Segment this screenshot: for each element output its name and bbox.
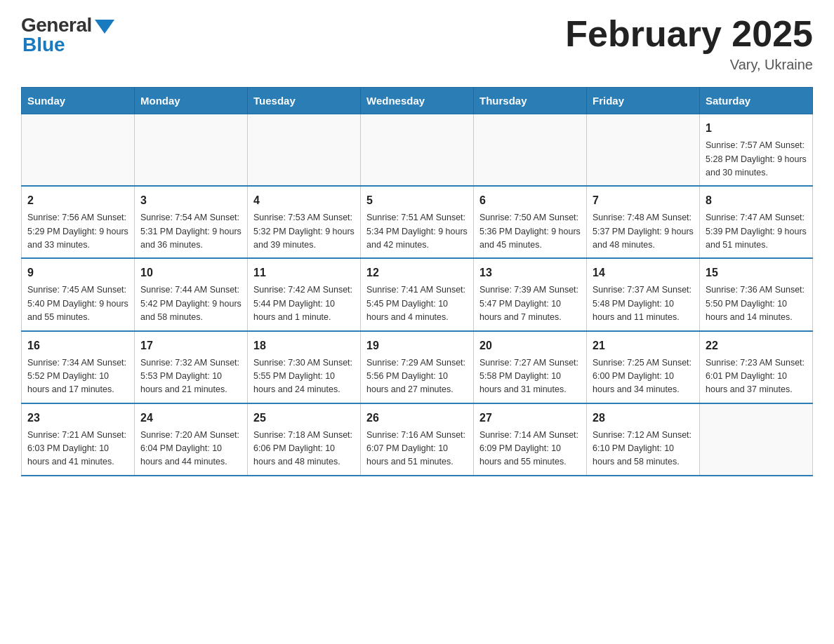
- day-number: 25: [253, 410, 355, 427]
- calendar-cell: 21Sunrise: 7:25 AM Sunset: 6:00 PM Dayli…: [587, 331, 700, 403]
- day-info: Sunrise: 7:32 AM Sunset: 5:53 PM Dayligh…: [140, 356, 241, 397]
- day-info: Sunrise: 7:50 AM Sunset: 5:36 PM Dayligh…: [479, 211, 581, 252]
- day-number: 11: [253, 264, 355, 281]
- calendar-cell: 20Sunrise: 7:27 AM Sunset: 5:58 PM Dayli…: [474, 331, 587, 403]
- calendar-week-row: 1Sunrise: 7:57 AM Sunset: 5:28 PM Daylig…: [22, 114, 813, 187]
- calendar-cell: 12Sunrise: 7:41 AM Sunset: 5:45 PM Dayli…: [361, 258, 474, 330]
- day-number: 9: [27, 264, 128, 281]
- calendar-cell: [474, 114, 587, 187]
- calendar-cell: [135, 114, 248, 187]
- day-info: Sunrise: 7:42 AM Sunset: 5:44 PM Dayligh…: [253, 283, 355, 324]
- day-info: Sunrise: 7:29 AM Sunset: 5:56 PM Dayligh…: [366, 356, 468, 397]
- calendar-cell: 15Sunrise: 7:36 AM Sunset: 5:50 PM Dayli…: [700, 258, 813, 330]
- day-number: 16: [27, 337, 128, 354]
- day-info: Sunrise: 7:37 AM Sunset: 5:48 PM Dayligh…: [593, 283, 694, 324]
- day-info: Sunrise: 7:25 AM Sunset: 6:00 PM Dayligh…: [593, 356, 694, 397]
- calendar-cell: 18Sunrise: 7:30 AM Sunset: 5:55 PM Dayli…: [248, 331, 361, 403]
- day-number: 27: [479, 410, 581, 427]
- page-header: General Blue February 2025 Vary, Ukraine: [21, 14, 813, 73]
- weekday-header-monday: Monday: [135, 88, 248, 114]
- day-number: 24: [140, 410, 241, 427]
- calendar-week-row: 23Sunrise: 7:21 AM Sunset: 6:03 PM Dayli…: [22, 403, 813, 476]
- calendar-header: SundayMondayTuesdayWednesdayThursdayFrid…: [22, 88, 813, 114]
- month-title: February 2025: [565, 14, 813, 54]
- day-info: Sunrise: 7:47 AM Sunset: 5:39 PM Dayligh…: [706, 211, 807, 252]
- location-text: Vary, Ukraine: [565, 57, 813, 73]
- weekday-header-tuesday: Tuesday: [248, 88, 361, 114]
- calendar-cell: 23Sunrise: 7:21 AM Sunset: 6:03 PM Dayli…: [22, 403, 135, 476]
- calendar-body: 1Sunrise: 7:57 AM Sunset: 5:28 PM Daylig…: [22, 114, 813, 476]
- day-number: 10: [140, 264, 241, 281]
- calendar-cell: 1Sunrise: 7:57 AM Sunset: 5:28 PM Daylig…: [700, 114, 813, 187]
- day-info: Sunrise: 7:14 AM Sunset: 6:09 PM Dayligh…: [479, 429, 581, 469]
- day-number: 28: [593, 410, 694, 427]
- day-number: 17: [140, 337, 241, 354]
- day-info: Sunrise: 7:34 AM Sunset: 5:52 PM Dayligh…: [27, 356, 128, 397]
- day-number: 15: [706, 264, 807, 281]
- calendar-cell: [22, 114, 135, 187]
- day-info: Sunrise: 7:23 AM Sunset: 6:01 PM Dayligh…: [706, 356, 807, 397]
- calendar-cell: 22Sunrise: 7:23 AM Sunset: 6:01 PM Dayli…: [700, 331, 813, 403]
- calendar-cell: 25Sunrise: 7:18 AM Sunset: 6:06 PM Dayli…: [248, 403, 361, 476]
- day-number: 21: [593, 337, 694, 354]
- day-number: 14: [593, 264, 694, 281]
- day-info: Sunrise: 7:27 AM Sunset: 5:58 PM Dayligh…: [479, 356, 581, 397]
- day-info: Sunrise: 7:57 AM Sunset: 5:28 PM Dayligh…: [706, 139, 807, 180]
- day-number: 8: [706, 192, 807, 209]
- weekday-header-friday: Friday: [587, 88, 700, 114]
- calendar-cell: 7Sunrise: 7:48 AM Sunset: 5:37 PM Daylig…: [587, 186, 700, 258]
- day-number: 3: [140, 192, 241, 209]
- day-number: 12: [366, 264, 468, 281]
- day-number: 1: [706, 120, 807, 137]
- day-info: Sunrise: 7:51 AM Sunset: 5:34 PM Dayligh…: [366, 211, 468, 252]
- day-info: Sunrise: 7:39 AM Sunset: 5:47 PM Dayligh…: [479, 283, 581, 324]
- day-number: 22: [706, 337, 807, 354]
- day-number: 5: [366, 192, 468, 209]
- calendar-cell: 14Sunrise: 7:37 AM Sunset: 5:48 PM Dayli…: [587, 258, 700, 330]
- logo: General Blue: [21, 14, 114, 56]
- calendar-cell: 16Sunrise: 7:34 AM Sunset: 5:52 PM Dayli…: [22, 331, 135, 403]
- day-info: Sunrise: 7:12 AM Sunset: 6:10 PM Dayligh…: [593, 429, 694, 469]
- weekday-header-sunday: Sunday: [22, 88, 135, 114]
- day-info: Sunrise: 7:44 AM Sunset: 5:42 PM Dayligh…: [140, 283, 241, 324]
- day-info: Sunrise: 7:16 AM Sunset: 6:07 PM Dayligh…: [366, 429, 468, 469]
- day-info: Sunrise: 7:53 AM Sunset: 5:32 PM Dayligh…: [253, 211, 355, 252]
- day-number: 6: [479, 192, 581, 209]
- day-info: Sunrise: 7:21 AM Sunset: 6:03 PM Dayligh…: [27, 429, 128, 469]
- calendar-cell: 13Sunrise: 7:39 AM Sunset: 5:47 PM Dayli…: [474, 258, 587, 330]
- calendar-table: SundayMondayTuesdayWednesdayThursdayFrid…: [21, 87, 813, 476]
- day-info: Sunrise: 7:45 AM Sunset: 5:40 PM Dayligh…: [27, 283, 128, 324]
- logo-blue-text: Blue: [22, 34, 65, 56]
- weekday-header-row: SundayMondayTuesdayWednesdayThursdayFrid…: [22, 88, 813, 114]
- day-info: Sunrise: 7:48 AM Sunset: 5:37 PM Dayligh…: [593, 211, 694, 252]
- weekday-header-thursday: Thursday: [474, 88, 587, 114]
- title-section: February 2025 Vary, Ukraine: [565, 14, 813, 73]
- calendar-cell: 17Sunrise: 7:32 AM Sunset: 5:53 PM Dayli…: [135, 331, 248, 403]
- day-number: 19: [366, 337, 468, 354]
- day-info: Sunrise: 7:41 AM Sunset: 5:45 PM Dayligh…: [366, 283, 468, 324]
- day-info: Sunrise: 7:30 AM Sunset: 5:55 PM Dayligh…: [253, 356, 355, 397]
- day-number: 4: [253, 192, 355, 209]
- calendar-cell: [248, 114, 361, 187]
- calendar-cell: 24Sunrise: 7:20 AM Sunset: 6:04 PM Dayli…: [135, 403, 248, 476]
- calendar-cell: [700, 403, 813, 476]
- calendar-cell: [361, 114, 474, 187]
- day-number: 7: [593, 192, 694, 209]
- calendar-week-row: 16Sunrise: 7:34 AM Sunset: 5:52 PM Dayli…: [22, 331, 813, 403]
- calendar-cell: 10Sunrise: 7:44 AM Sunset: 5:42 PM Dayli…: [135, 258, 248, 330]
- day-number: 13: [479, 264, 581, 281]
- calendar-cell: 27Sunrise: 7:14 AM Sunset: 6:09 PM Dayli…: [474, 403, 587, 476]
- calendar-week-row: 2Sunrise: 7:56 AM Sunset: 5:29 PM Daylig…: [22, 186, 813, 258]
- calendar-cell: 26Sunrise: 7:16 AM Sunset: 6:07 PM Dayli…: [361, 403, 474, 476]
- calendar-cell: 4Sunrise: 7:53 AM Sunset: 5:32 PM Daylig…: [248, 186, 361, 258]
- calendar-cell: 3Sunrise: 7:54 AM Sunset: 5:31 PM Daylig…: [135, 186, 248, 258]
- day-info: Sunrise: 7:56 AM Sunset: 5:29 PM Dayligh…: [27, 211, 128, 252]
- day-info: Sunrise: 7:20 AM Sunset: 6:04 PM Dayligh…: [140, 429, 241, 469]
- day-number: 20: [479, 337, 581, 354]
- logo-arrow-icon: [95, 20, 114, 34]
- day-info: Sunrise: 7:54 AM Sunset: 5:31 PM Dayligh…: [140, 211, 241, 252]
- calendar-cell: 5Sunrise: 7:51 AM Sunset: 5:34 PM Daylig…: [361, 186, 474, 258]
- calendar-week-row: 9Sunrise: 7:45 AM Sunset: 5:40 PM Daylig…: [22, 258, 813, 330]
- calendar-cell: 11Sunrise: 7:42 AM Sunset: 5:44 PM Dayli…: [248, 258, 361, 330]
- day-number: 18: [253, 337, 355, 354]
